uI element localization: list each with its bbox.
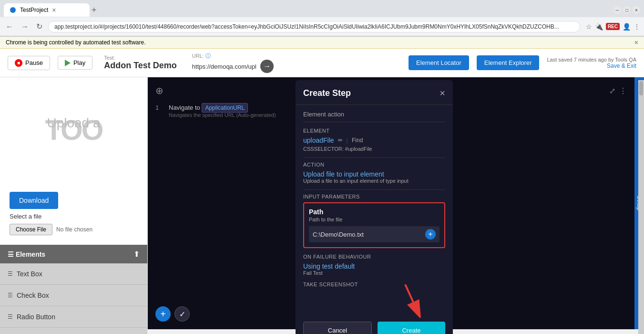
- download-button[interactable]: Download: [10, 192, 58, 209]
- action-section: Action Upload file to input element Uplo…: [303, 162, 445, 184]
- elements-panel: ☰ Elements ⬆ ☰ Text Box ☰ Check Box ☰ Ra…: [0, 245, 147, 334]
- element-item-checkbox[interactable]: ☰ Check Box: [0, 285, 147, 306]
- panel-menu-button[interactable]: ⋮: [619, 86, 627, 95]
- failure-section-label: On Failure Behaviour: [303, 254, 445, 260]
- modal-close-button[interactable]: ×: [440, 88, 445, 99]
- element-item-label: Text Box: [17, 270, 42, 278]
- automated-banner-text: Chrome is being controlled by automated …: [6, 39, 145, 46]
- element-item-radiobutton[interactable]: ☰ Radio Button: [0, 306, 147, 328]
- upload-page-text: Upload a: [0, 115, 147, 131]
- element-locator-label: Element Locator: [416, 59, 461, 66]
- modal-header: Create Step ×: [296, 80, 453, 105]
- url-value-text: https://demoqa.com/upl: [192, 63, 256, 70]
- download-section: Download Select a file Choose File No fi…: [0, 182, 147, 245]
- step-number: 1: [155, 104, 165, 111]
- navigate-label: Navigate to: [169, 104, 200, 111]
- action-section-label: Action: [303, 162, 445, 167]
- element-name-link[interactable]: uploadFile: [303, 136, 334, 144]
- hamburger-icon: ☰: [8, 250, 16, 258]
- edit-icon[interactable]: ✏: [338, 137, 343, 144]
- element-item-label: Radio Button: [17, 313, 55, 321]
- profile-icon[interactable]: 👤: [623, 23, 631, 31]
- action-desc-text: Upload a file to an input element of typ…: [303, 178, 445, 184]
- find-link[interactable]: Find: [352, 137, 363, 144]
- failure-link[interactable]: Using test default: [303, 262, 445, 270]
- modal-title: Create Step: [303, 88, 351, 98]
- path-add-button[interactable]: +: [425, 229, 436, 240]
- address-url-text: app.testproject.io/#/projects/160010/tes…: [54, 23, 559, 30]
- window-close-button[interactable]: ×: [633, 6, 640, 14]
- panel-resize-button[interactable]: ⤢: [609, 86, 615, 95]
- radiobutton-icon: ☰: [8, 313, 13, 320]
- input-params-section: Input parameters Path Path to the file C…: [303, 194, 445, 248]
- move-icon[interactable]: ⊕: [155, 85, 164, 96]
- scrollbar[interactable]: [638, 80, 644, 334]
- menu-icon[interactable]: ⋮: [634, 23, 640, 31]
- step-action-text: Navigate to ApplicationURL: [169, 104, 276, 111]
- path-desc: Path to the file: [309, 217, 440, 222]
- scroll-thumb[interactable]: [639, 81, 643, 95]
- add-step-button[interactable]: +: [155, 306, 171, 322]
- rec-icon[interactable]: REC: [606, 23, 620, 30]
- failure-desc: Fail Test: [303, 270, 445, 276]
- back-button[interactable]: ←: [4, 21, 15, 33]
- save-info: Last saved 7 minutes ago by Tools QA Sav…: [547, 57, 636, 69]
- step-desc-text: Navigates the specified URL (Auto-genera…: [169, 112, 276, 118]
- create-button[interactable]: Create: [378, 322, 445, 334]
- save-time-text: Last saved 7 minutes ago by Tools QA: [547, 57, 636, 63]
- testproject-favicon-icon: [10, 7, 16, 13]
- action-link[interactable]: Upload file to input element: [303, 170, 445, 178]
- extensions-icon[interactable]: 🔌: [595, 23, 603, 31]
- save-exit-link[interactable]: Save & Exit: [607, 63, 636, 69]
- element-locator-button[interactable]: Element Locator: [409, 55, 469, 70]
- element-item-label: Check Box: [17, 292, 49, 299]
- browser-tab[interactable]: TestProject ×: [4, 3, 90, 17]
- window-minimize-button[interactable]: ─: [613, 6, 621, 14]
- element-section: Element uploadFile ✏ | Find CSSSELECTOR:…: [303, 128, 445, 152]
- play-button[interactable]: Play: [58, 56, 92, 70]
- left-panel: TOO Upload a Download Select a file Choo…: [0, 77, 148, 329]
- element-name-row: uploadFile ✏ | Find: [303, 136, 445, 144]
- tab-title: TestProject: [20, 7, 48, 13]
- element-item-textbox[interactable]: ☰ Text Box: [0, 263, 147, 285]
- play-icon: [65, 60, 71, 66]
- application-url-badge[interactable]: ApplicationURL: [202, 103, 248, 113]
- elements-title: ☰ Elements: [8, 250, 45, 258]
- css-selector-text: CSSSELECTOR: #uploadFile: [303, 146, 445, 152]
- new-tab-button[interactable]: +: [92, 5, 97, 15]
- choose-file-button[interactable]: Choose File: [10, 224, 52, 235]
- textbox-icon: ☰: [8, 271, 13, 277]
- pause-button[interactable]: ■ Pause: [8, 56, 50, 70]
- element-explorer-label: Element Explorer: [484, 59, 532, 66]
- url-label: URL: ⓘ: [192, 52, 401, 60]
- bookmark-icon[interactable]: ☆: [586, 23, 592, 31]
- automated-banner: Chrome is being controlled by automated …: [0, 37, 644, 49]
- element-explorer-button[interactable]: Element Explorer: [477, 55, 540, 70]
- address-bar-input[interactable]: app.testproject.io/#/projects/160010/tes…: [48, 21, 580, 32]
- input-params-label: Input parameters: [303, 194, 445, 199]
- cancel-button[interactable]: Cancel: [303, 322, 372, 334]
- elements-header: ☰ Elements ⬆: [0, 245, 147, 263]
- checkbox-icon: ☰: [8, 292, 13, 299]
- no-file-text: No file chosen: [56, 226, 92, 233]
- pause-label: Pause: [25, 59, 43, 66]
- svg-point-0: [10, 7, 16, 13]
- window-maximize-button[interactable]: □: [623, 6, 631, 14]
- path-box: Path Path to the file C:\Demo\Demo.txt +: [303, 202, 445, 248]
- tab-close-icon[interactable]: ×: [52, 6, 56, 14]
- right-panel-controls: ⤢ ⋮: [609, 86, 627, 95]
- app-toolbar: ■ Pause Play Test: Addon Test Demo URL: …: [0, 49, 644, 77]
- upload-icon[interactable]: ⬆: [133, 250, 140, 259]
- banner-close-icon[interactable]: ×: [634, 39, 638, 46]
- path-value-text[interactable]: C:\Demo\Demo.txt: [313, 231, 425, 238]
- validate-button[interactable]: ✓: [174, 306, 190, 322]
- modal-body: Element action Element uploadFile ✏ | Fi…: [296, 105, 453, 299]
- reload-button[interactable]: ↻: [34, 20, 44, 33]
- forward-button[interactable]: →: [19, 21, 31, 33]
- navigate-url-button[interactable]: →: [260, 60, 274, 73]
- pause-icon: ■: [15, 59, 22, 67]
- test-info: Test: Addon Test Demo: [104, 55, 177, 71]
- file-input-row: Choose File No file chosen: [10, 224, 138, 235]
- test-label: Test:: [104, 55, 177, 61]
- element-item-webtables[interactable]: ☰ Web Tables: [0, 328, 147, 334]
